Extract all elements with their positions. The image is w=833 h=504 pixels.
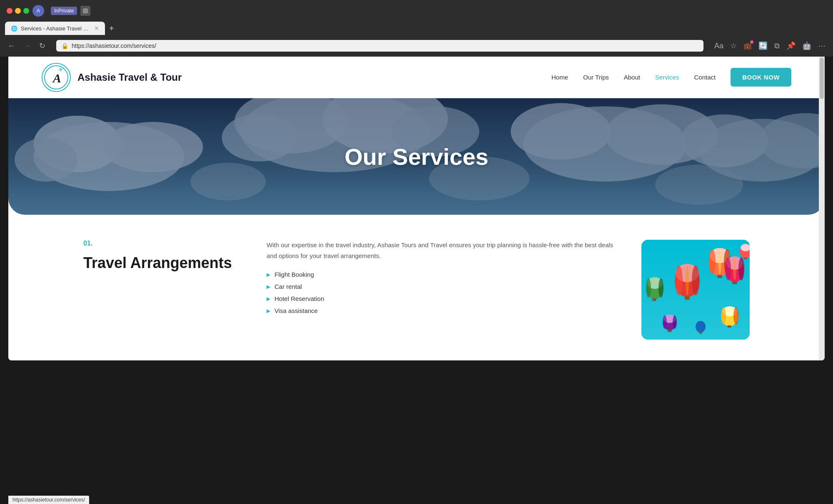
active-tab[interactable]: 🌐 Services - Ashasie Travel & To... ✕	[5, 22, 105, 35]
svg-point-40	[733, 257, 736, 281]
tab-bar: 🌐 Services - Ashasie Travel & To... ✕ +	[0, 22, 833, 35]
nav-our-trips[interactable]: Our Trips	[583, 74, 609, 81]
logo-svg: A ✈	[44, 65, 69, 90]
logo-area: A ✈ Ashasie Travel & Tour	[42, 63, 182, 92]
close-window-button[interactable]	[7, 8, 12, 14]
list-arrow-icon: ▶	[267, 308, 270, 314]
svg-point-43	[646, 278, 651, 298]
content-section: 01. Travel Arrangements With our experti…	[8, 215, 825, 360]
svg-rect-27	[685, 296, 690, 300]
split-view-button[interactable]: ⧉	[772, 40, 782, 52]
service-title: Travel Arrangements	[83, 254, 242, 272]
forward-button[interactable]: →	[21, 40, 33, 52]
hero-title: Our Services	[344, 143, 489, 170]
maximize-window-button[interactable]	[23, 8, 29, 14]
list-item-text: Car rental	[274, 283, 302, 290]
scrollbar-thumb[interactable]	[820, 57, 824, 99]
service-number: 01.	[83, 240, 242, 247]
wallet-icon[interactable]: 💼	[741, 40, 754, 52]
svg-point-53	[663, 315, 667, 329]
svg-point-37	[725, 257, 731, 281]
svg-point-48	[721, 307, 726, 325]
tab-label: Services - Ashasie Travel & To...	[21, 25, 91, 32]
hot-air-balloon-image	[641, 240, 750, 340]
lock-icon: 🔒	[61, 42, 68, 49]
title-bar: A InPrivate	[0, 0, 833, 22]
tab-close-button[interactable]: ✕	[94, 25, 99, 32]
svg-point-49	[733, 307, 738, 325]
logo-circle: A ✈	[42, 63, 71, 92]
content-left: 01. Travel Arrangements	[83, 240, 242, 272]
reader-mode-button[interactable]: Aa	[712, 40, 726, 52]
content-middle: With our expertise in the travel industr…	[267, 240, 616, 314]
profile-initial: A	[37, 8, 40, 14]
book-now-button[interactable]: BOOK NOW	[731, 68, 791, 87]
refresh-button[interactable]: ↻	[37, 40, 48, 52]
svg-rect-39	[732, 281, 737, 284]
minimize-window-button[interactable]	[15, 8, 21, 14]
svg-point-31	[709, 249, 716, 274]
svg-rect-58	[744, 258, 747, 259]
site-header: A ✈ Ashasie Travel & Tour Home Our Trips…	[8, 57, 825, 98]
inprivate-label: InPrivate	[54, 8, 74, 14]
status-bar: https://ashasietour.com/services/	[8, 496, 89, 504]
traffic-lights	[7, 8, 29, 14]
more-button[interactable]: ⋯	[816, 40, 828, 52]
list-item: ▶ Flight Booking	[267, 271, 616, 278]
pin-button[interactable]: 📌	[784, 40, 798, 52]
list-item: ▶ Hotel Reservation	[267, 295, 616, 302]
svg-point-38	[738, 257, 744, 281]
scrollbar-track[interactable]	[819, 57, 825, 360]
site-nav: Home Our Trips About Services Contact BO…	[551, 68, 791, 87]
content-image	[641, 240, 750, 340]
profile-icon[interactable]: A	[32, 5, 44, 17]
list-item-text: Hotel Reservation	[274, 295, 324, 302]
viewport: A ✈ Ashasie Travel & Tour Home Our Trips…	[8, 57, 825, 360]
svg-point-28	[686, 266, 689, 295]
svg-rect-60	[699, 332, 702, 334]
nav-contact[interactable]: Contact	[694, 74, 716, 81]
feedback-button[interactable]: 🤖	[800, 40, 814, 52]
inprivate-button[interactable]: InPrivate	[51, 7, 77, 15]
svg-point-59	[696, 321, 706, 333]
svg-point-34	[718, 249, 721, 274]
list-item-text: Flight Booking	[274, 271, 314, 278]
list-arrow-icon: ▶	[267, 284, 270, 290]
svg-point-25	[675, 266, 683, 295]
site-title: Ashasie Travel & Tour	[77, 72, 182, 83]
list-item: ▶ Car rental	[267, 283, 616, 290]
status-url: https://ashasietour.com/services/	[12, 497, 85, 503]
url-text: https://ashasietour.com/services/	[72, 42, 698, 49]
svg-point-26	[692, 266, 699, 295]
svg-rect-45	[652, 298, 656, 301]
back-button[interactable]: ←	[5, 40, 17, 52]
service-description: With our expertise in the travel industr…	[267, 240, 616, 261]
svg-rect-33	[717, 275, 722, 278]
nav-about[interactable]: About	[624, 74, 640, 81]
list-arrow-icon: ▶	[267, 272, 270, 278]
hero-section: Our Services	[8, 98, 825, 215]
list-item-text: Visa assistance	[274, 307, 318, 314]
favorites-button[interactable]: ☆	[728, 40, 739, 52]
svg-rect-55	[668, 330, 672, 332]
tab-icon	[80, 6, 90, 16]
balloon-svg	[641, 240, 750, 340]
svg-point-54	[673, 315, 677, 329]
list-item: ▶ Visa assistance	[267, 307, 616, 314]
nav-home[interactable]: Home	[551, 74, 568, 81]
svg-rect-50	[727, 325, 731, 328]
service-list: ▶ Flight Booking ▶ Car rental ▶ Hotel Re…	[267, 271, 616, 314]
new-tab-button[interactable]: +	[106, 22, 117, 35]
list-arrow-icon: ▶	[267, 296, 270, 302]
collections-button[interactable]: 🔄	[756, 40, 770, 52]
nav-services[interactable]: Services	[655, 74, 679, 81]
address-bar[interactable]: 🔒 https://ashasietour.com/services/	[56, 40, 703, 52]
svg-point-44	[658, 278, 663, 298]
toolbar-icons: Aa ☆ 💼 🔄 ⧉ 📌 🤖 ⋯	[712, 40, 828, 52]
